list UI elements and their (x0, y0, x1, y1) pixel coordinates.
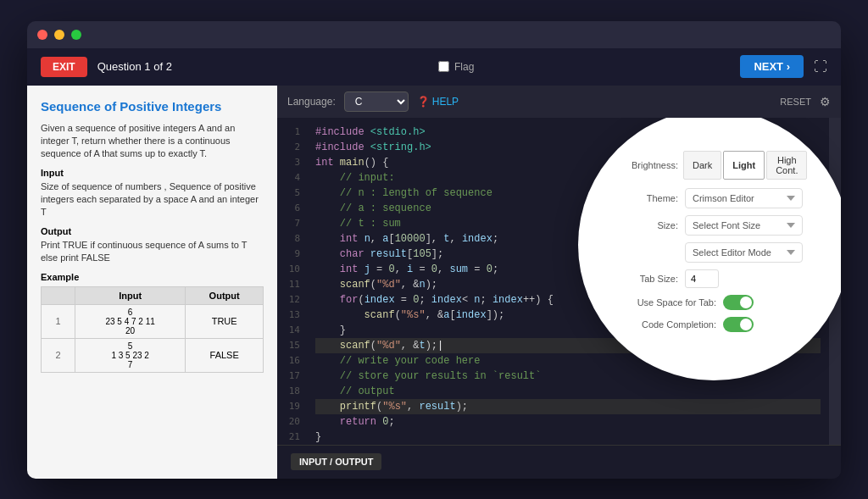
line-numbers: 12345 678910 1112131415 1617181920 2122 (277, 118, 307, 445)
sidebar-title: Sequence of Positive Integers (41, 99, 264, 114)
use-space-label: Use Space for Tab: (632, 297, 716, 308)
row2-num: 2 (42, 338, 75, 372)
help-icon: ❓ (417, 96, 430, 108)
editor-mode-row: Select Editor Mode NormalVimEmacs (632, 242, 803, 263)
sidebar: Sequence of Positive Integers Given a se… (27, 86, 277, 479)
reset-button[interactable]: RESET (780, 97, 811, 107)
help-button[interactable]: ❓ HELP (417, 96, 459, 108)
input-description: Size of sequence of numbers , Sequence o… (41, 180, 264, 219)
main-content: Sequence of Positive Integers Given a se… (27, 86, 841, 479)
row2-output: FALSE (186, 338, 264, 372)
table-row: 1 623 5 4 7 2 1120 TRUE (42, 304, 264, 338)
table-row: 2 51 3 5 23 27 FALSE (42, 338, 264, 372)
row1-output: TRUE (186, 304, 264, 338)
code-completion-row: Code Completion: (632, 317, 803, 332)
io-panel: INPUT / OUTPUT (277, 445, 841, 479)
tab-size-label: Tab Size: (632, 274, 678, 284)
output-description: Print TRUE if continuous sequence of A s… (41, 239, 264, 265)
flag-label: Flag (454, 61, 474, 73)
settings-panel: × Brightness: Dark Light High Cont. Them… (616, 142, 811, 347)
editor-mode-select[interactable]: Select Editor Mode NormalVimEmacs (685, 242, 803, 263)
minimize-traffic-light[interactable] (54, 30, 64, 40)
code-editor: 12345 678910 1112131415 1617181920 2122 … (277, 118, 841, 445)
table-header-num (42, 286, 75, 304)
main-window: EXIT Question 1 of 2 Flag NEXT › ⛶ Seque… (27, 21, 841, 479)
font-size-row: Size: Select Font Size 10121416 (632, 215, 803, 236)
editor-toolbar: Language: C C++ Java Python ❓ HELP RESET… (277, 86, 841, 118)
theme-row: Theme: Crimson Editor (632, 188, 803, 208)
light-theme-button[interactable]: Light (723, 151, 765, 180)
exit-button[interactable]: EXIT (41, 57, 87, 77)
high-contrast-theme-button[interactable]: High Cont. (766, 151, 807, 180)
code-completion-label: Code Completion: (632, 319, 716, 330)
fullscreen-button[interactable]: ⛶ (814, 59, 827, 75)
theme-button-group: Dark Light High Cont. (683, 151, 807, 180)
brightness-label: Brightness: (632, 160, 678, 170)
question-label: Question 1 of 2 (97, 60, 172, 73)
theme-select[interactable]: Crimson Editor (685, 188, 803, 208)
sidebar-description: Given a sequence of positive integers A … (41, 122, 264, 161)
example-label: Example (41, 272, 264, 282)
brightness-row: Brightness: Dark Light High Cont. (632, 151, 803, 180)
example-table: Input Output 1 623 5 4 7 2 1120 TRUE 2 5… (41, 286, 264, 373)
font-size-select[interactable]: Select Font Size 10121416 (685, 215, 803, 236)
table-header-input: Input (75, 286, 185, 304)
io-label: INPUT / OUTPUT (291, 453, 381, 470)
language-label: Language: (287, 96, 336, 108)
title-bar (27, 21, 841, 48)
language-select[interactable]: C C++ Java Python (344, 91, 409, 112)
maximize-traffic-light[interactable] (71, 30, 81, 40)
tab-size-row: Tab Size: (632, 269, 803, 288)
right-area: Language: C C++ Java Python ❓ HELP RESET… (277, 86, 841, 479)
dark-theme-button[interactable]: Dark (683, 151, 721, 180)
top-bar: EXIT Question 1 of 2 Flag NEXT › ⛶ (27, 48, 841, 86)
use-space-row: Use Space for Tab: (632, 295, 803, 310)
output-label: Output (41, 226, 264, 236)
row1-num: 1 (42, 304, 75, 338)
font-size-label: Size: (632, 220, 678, 230)
settings-button[interactable]: ⚙ (820, 95, 831, 108)
theme-label: Theme: (632, 193, 678, 203)
next-button[interactable]: NEXT › (740, 55, 804, 78)
use-space-toggle[interactable] (723, 295, 754, 310)
row2-input: 51 3 5 23 27 (75, 338, 185, 372)
input-label: Input (41, 168, 264, 178)
code-completion-toggle[interactable] (723, 317, 754, 332)
flag-checkbox[interactable] (438, 61, 449, 72)
settings-overlay: × Brightness: Dark Light High Cont. Them… (578, 118, 841, 380)
tab-size-input[interactable] (685, 269, 719, 288)
table-header-output: Output (186, 286, 264, 304)
close-traffic-light[interactable] (37, 30, 47, 40)
row1-input: 623 5 4 7 2 1120 (75, 304, 185, 338)
